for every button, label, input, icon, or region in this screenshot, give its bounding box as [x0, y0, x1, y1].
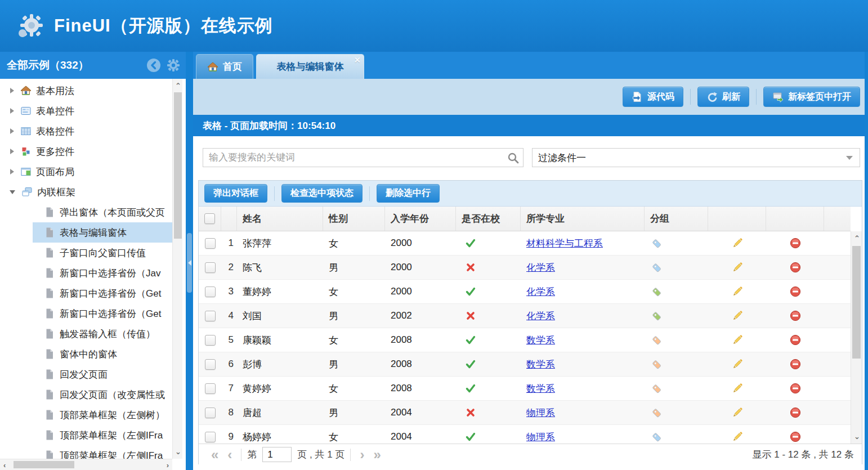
- edit-pencil-icon[interactable]: [732, 334, 743, 346]
- major-link[interactable]: 物理系: [526, 431, 555, 444]
- major-link[interactable]: 化学系: [526, 285, 555, 298]
- collapse-arrow-icon[interactable]: [10, 190, 15, 194]
- scroll-up-icon[interactable]: ⌃: [854, 235, 860, 242]
- sidebar-item[interactable]: 更多控件: [0, 141, 172, 162]
- row-checkbox[interactable]: [205, 432, 216, 442]
- scroll-right-icon[interactable]: ›: [167, 462, 169, 469]
- tab-grid-edit-window[interactable]: 表格与编辑窗体 ✕: [256, 54, 364, 79]
- scrollbar-thumb[interactable]: [852, 246, 861, 359]
- delete-icon[interactable]: [790, 334, 801, 346]
- source-code-button[interactable]: 源代码: [623, 87, 683, 107]
- last-page-icon[interactable]: »: [373, 448, 381, 462]
- row-checkbox[interactable]: [205, 311, 216, 321]
- row-checkbox[interactable]: [205, 238, 216, 249]
- major-link[interactable]: 材料科学与工程系: [526, 237, 603, 250]
- sidebar-settings-gear-icon[interactable]: [166, 58, 181, 73]
- delete-icon[interactable]: [790, 310, 801, 321]
- sidebar-item[interactable]: 新窗口中选择省份（Jav: [0, 263, 172, 283]
- sidebar-horizontal-scrollbar[interactable]: ‹ ›: [0, 459, 172, 470]
- sidebar-collapse-icon[interactable]: [146, 58, 161, 73]
- cell-gender: 女: [323, 280, 385, 303]
- delete-icon[interactable]: [790, 383, 801, 394]
- search-input[interactable]: [203, 149, 523, 167]
- sidebar-item[interactable]: 顶部菜单框架（左侧IFra: [0, 445, 172, 459]
- major-link[interactable]: 化学系: [526, 261, 555, 274]
- sidebar-item[interactable]: 内联框架: [0, 182, 172, 202]
- search-icon[interactable]: [507, 152, 519, 164]
- splitter-handle[interactable]: [187, 233, 192, 293]
- delete-icon[interactable]: [790, 286, 801, 297]
- sidebar-item[interactable]: 子窗口向父窗口传值: [0, 243, 172, 263]
- row-checkbox[interactable]: [205, 287, 216, 297]
- scrollbar-thumb[interactable]: [14, 461, 74, 468]
- next-page-icon[interactable]: ›: [360, 448, 364, 462]
- expand-arrow-icon[interactable]: [10, 108, 14, 114]
- open-new-tab-button[interactable]: 新标签页中打开: [763, 87, 860, 107]
- expand-arrow-icon[interactable]: [10, 128, 14, 134]
- edit-pencil-icon[interactable]: [732, 359, 743, 370]
- page-number-input[interactable]: [262, 447, 292, 462]
- sidebar-item[interactable]: 顶部菜单框架（左侧IFra: [0, 425, 172, 445]
- major-link[interactable]: 数学系: [526, 334, 555, 347]
- first-page-icon[interactable]: «: [211, 448, 218, 462]
- scroll-down-icon[interactable]: ⌄: [854, 433, 860, 440]
- sidebar-splitter[interactable]: [186, 52, 193, 470]
- sidebar-item[interactable]: 表格与编辑窗体: [0, 222, 172, 243]
- edit-pencil-icon[interactable]: [732, 286, 743, 297]
- major-link[interactable]: 数学系: [526, 358, 555, 371]
- row-checkbox[interactable]: [205, 335, 216, 346]
- major-link[interactable]: 物理系: [526, 406, 555, 419]
- prev-page-icon[interactable]: ‹: [227, 448, 232, 462]
- scroll-left-icon[interactable]: ‹: [3, 462, 6, 469]
- major-link[interactable]: 化学系: [526, 310, 555, 323]
- refresh-button[interactable]: 刷新: [697, 87, 749, 107]
- delete-icon[interactable]: [790, 359, 801, 370]
- delete-icon[interactable]: [790, 431, 801, 442]
- sidebar-item[interactable]: 新窗口中选择省份（Get: [0, 303, 172, 324]
- grid-action-button[interactable]: 弹出对话框: [204, 184, 267, 203]
- sidebar-header: 全部示例（332）: [0, 52, 186, 79]
- sidebar-vertical-scrollbar[interactable]: ⌃ ⌄: [172, 79, 182, 459]
- expand-arrow-icon[interactable]: [10, 88, 14, 93]
- sidebar-item[interactable]: 表单控件: [0, 101, 172, 121]
- app-logo-gear-icon: [15, 11, 45, 41]
- edit-pencil-icon[interactable]: [732, 262, 743, 273]
- sidebar-item[interactable]: 弹出窗体（本页面或父页: [0, 202, 172, 222]
- scroll-down-icon[interactable]: ⌄: [175, 448, 181, 455]
- delete-icon[interactable]: [790, 262, 801, 273]
- sidebar-item[interactable]: 回发父页面: [0, 364, 172, 384]
- cell-name: 董婷婷: [237, 280, 323, 303]
- sidebar-item[interactable]: 触发器输入框（传值）: [0, 324, 172, 344]
- expand-arrow-icon[interactable]: [10, 149, 14, 154]
- edit-pencil-icon[interactable]: [732, 310, 743, 321]
- delete-icon[interactable]: [790, 407, 801, 418]
- tab-close-icon[interactable]: ✕: [354, 55, 361, 65]
- row-checkbox[interactable]: [205, 383, 216, 394]
- grid-vertical-scrollbar[interactable]: ⌃ ⌄: [851, 231, 862, 444]
- grid-action-button[interactable]: 删除选中行: [377, 184, 440, 203]
- edit-pencil-icon[interactable]: [732, 383, 743, 394]
- delete-icon[interactable]: [790, 238, 801, 249]
- scrollbar-thumb[interactable]: [174, 92, 182, 239]
- sidebar-item[interactable]: 新窗口中选择省份（Get: [0, 283, 172, 303]
- row-checkbox[interactable]: [205, 408, 216, 418]
- select-all-checkbox[interactable]: [204, 213, 215, 224]
- row-checkbox[interactable]: [205, 359, 216, 370]
- major-link[interactable]: 数学系: [526, 382, 555, 395]
- scroll-up-icon[interactable]: ⌃: [175, 82, 181, 89]
- row-checkbox[interactable]: [205, 262, 216, 273]
- expand-arrow-icon[interactable]: [10, 169, 14, 174]
- sidebar-item[interactable]: 表格控件: [0, 121, 172, 141]
- filter-dropdown[interactable]: 过滤条件一: [532, 148, 860, 167]
- sidebar-item[interactable]: 回发父页面（改变属性或: [0, 384, 172, 405]
- sidebar-item[interactable]: 页面布局: [0, 162, 172, 182]
- chevron-down-icon: [846, 156, 853, 160]
- sidebar-item[interactable]: 顶部菜单框架（左侧树）: [0, 405, 172, 425]
- edit-pencil-icon[interactable]: [732, 238, 743, 249]
- grid-action-button[interactable]: 检查选中项状态: [281, 184, 363, 203]
- edit-pencil-icon[interactable]: [732, 407, 743, 418]
- edit-pencil-icon[interactable]: [732, 431, 743, 442]
- sidebar-item[interactable]: 基本用法: [0, 80, 172, 101]
- tab-home[interactable]: 首页: [196, 54, 253, 79]
- sidebar-item[interactable]: 窗体中的窗体: [0, 344, 172, 364]
